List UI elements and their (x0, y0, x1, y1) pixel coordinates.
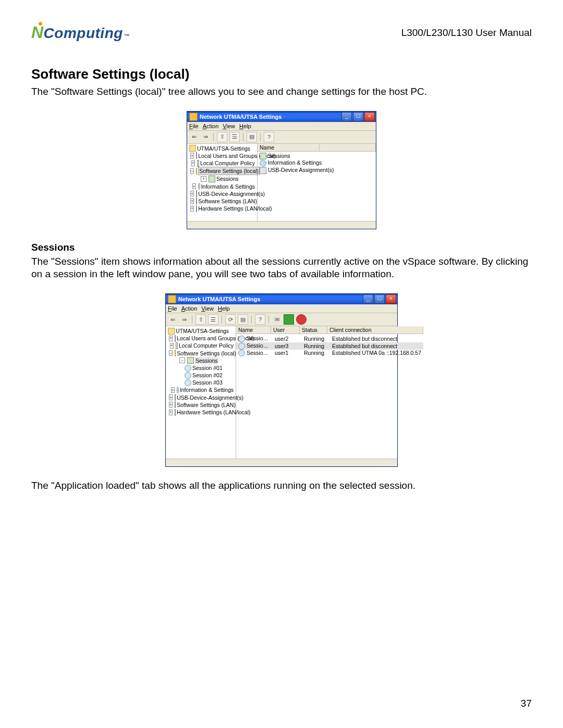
menu-action[interactable]: Action (203, 123, 219, 129)
maximize-button[interactable]: □ (353, 112, 363, 121)
close-button[interactable]: × (364, 112, 375, 121)
folder-icon (168, 328, 175, 335)
menu-file[interactable]: File (189, 123, 199, 129)
expand-icon[interactable]: + (190, 206, 194, 212)
tree-item-local-policy[interactable]: +Local Computer Policy (189, 159, 255, 167)
collapse-icon[interactable]: − (169, 350, 173, 356)
column-client[interactable]: Client connection (327, 326, 423, 334)
tree-item-usb-assignment[interactable]: +USB-Device-Assignment(s) (168, 394, 234, 401)
list-item[interactable]: USB-Device Assignment(s) (258, 167, 376, 174)
users-icon (196, 152, 197, 159)
expand-icon[interactable]: + (190, 153, 194, 158)
expand-icon[interactable]: + (190, 191, 194, 196)
table-row[interactable]: Session #01 user2 Running Established bu… (236, 335, 423, 342)
maximize-button[interactable]: □ (374, 294, 385, 304)
tree-item-hardware-settings[interactable]: +Hardware Settings (LAN/local) (168, 409, 234, 416)
forward-button[interactable]: ⇒ (201, 132, 210, 142)
expand-icon[interactable]: + (191, 161, 195, 166)
refresh-button[interactable]: ⟳ (225, 314, 236, 325)
expand-icon[interactable]: + (169, 402, 173, 408)
export-button[interactable]: ▤ (247, 132, 257, 142)
minimize-button[interactable]: _ (363, 294, 373, 304)
window-2-title: Network UTMA/UTSA Settings (178, 296, 260, 302)
back-button[interactable]: ⇐ (168, 315, 177, 324)
user-icon (238, 336, 245, 342)
send-message-button[interactable]: ✉ (272, 315, 282, 324)
stop-button[interactable] (296, 314, 307, 325)
expand-icon[interactable]: + (170, 343, 174, 349)
forward-button[interactable]: ⇒ (179, 315, 189, 324)
tree-item-session-01[interactable]: Session #01 (168, 364, 234, 372)
collapse-icon[interactable]: − (190, 168, 194, 174)
app-icon (168, 295, 176, 303)
section-body-sessions-2: The "Application loaded" tab shows all t… (31, 479, 532, 492)
menu-view[interactable]: View (223, 123, 235, 129)
hardware-icon (196, 205, 197, 212)
up-button[interactable]: ⇧ (195, 314, 206, 325)
tree-item-session-03[interactable]: Session #03 (168, 379, 234, 386)
expand-icon[interactable]: + (171, 387, 175, 393)
menu-view[interactable]: View (201, 305, 214, 312)
back-button[interactable]: ⇐ (189, 132, 199, 142)
expand-icon[interactable]: + (201, 176, 206, 182)
tree-item-local-users[interactable]: +Local Users and Groups (Local) (168, 335, 234, 342)
tree-item-info-settings[interactable]: +Information & Settings (168, 386, 234, 393)
menu-file[interactable]: File (168, 305, 177, 312)
properties-button[interactable]: ☰ (208, 314, 218, 325)
help-button[interactable]: ? (264, 132, 274, 142)
tree-item-sessions[interactable]: +Sessions (189, 175, 255, 182)
table-row[interactable]: Session #02 user3 Running Established bu… (236, 342, 423, 350)
section-title-sessions: Sessions (31, 242, 532, 253)
tree-item-usb-assignment[interactable]: +USB-Device-Assignment(s) (189, 190, 255, 198)
tree-item-info-settings[interactable]: +Information & Settings (189, 183, 255, 190)
tree-item-local-users[interactable]: +Local Users and Groups (Local) (189, 152, 255, 159)
column-blank[interactable] (320, 144, 376, 151)
expand-icon[interactable]: + (192, 183, 196, 189)
list-item[interactable]: Sessions (258, 153, 376, 160)
tree-item-software-settings-lan[interactable]: +Software Settings (LAN) (168, 401, 234, 409)
export-button[interactable]: ▤ (238, 314, 248, 325)
tree-item-session-02[interactable]: Session #02 (168, 372, 234, 379)
expand-icon[interactable]: + (190, 198, 194, 204)
menu-help[interactable]: Help (218, 305, 230, 312)
user-icon (185, 379, 191, 386)
menu-action[interactable]: Action (181, 305, 198, 312)
section-title-software-settings: Software Settings (local) (31, 66, 532, 82)
close-button[interactable]: × (386, 294, 396, 304)
tree-item-software-settings-local[interactable]: −Software Settings (local) (189, 167, 255, 175)
minimize-button[interactable]: _ (341, 112, 352, 121)
up-button[interactable]: ⇧ (217, 132, 227, 142)
tree-item-software-settings-local[interactable]: −Software Settings (local) (168, 350, 234, 357)
info-icon (260, 160, 266, 167)
table-row[interactable]: Session #03 user1 Running Established UT… (236, 350, 423, 357)
properties-button[interactable]: ☰ (229, 132, 240, 142)
collapse-icon[interactable]: − (179, 357, 185, 363)
toolbar-separator (222, 315, 222, 324)
tree-item-software-settings-lan[interactable]: +Software Settings (LAN) (189, 198, 255, 205)
column-user[interactable]: User (271, 326, 300, 334)
tree-item-local-policy[interactable]: +Local Computer Policy (168, 342, 234, 349)
tree-root[interactable]: UTMA/UTSA-Settings (189, 145, 255, 152)
column-name[interactable]: Name (258, 144, 320, 151)
toolbar-separator (192, 315, 192, 324)
tree-item-sessions[interactable]: −Sessions (168, 357, 234, 364)
column-status[interactable]: Status (300, 326, 327, 334)
help-button[interactable]: ? (255, 314, 265, 325)
logo-n-text: N (31, 23, 44, 42)
user-icon (185, 365, 191, 372)
sessions-icon (260, 153, 266, 159)
list-item[interactable]: Information & Settings (258, 159, 376, 167)
menu-help[interactable]: Help (239, 123, 251, 129)
expand-icon[interactable]: + (169, 394, 173, 400)
sessions-icon (209, 176, 215, 182)
usb-icon (175, 394, 176, 401)
window-2: Network UTMA/UTSA Settings _ □ × File Ac… (165, 293, 398, 467)
start-button[interactable] (284, 314, 294, 325)
folder-icon (175, 350, 176, 356)
tree-item-hardware-settings[interactable]: +Hardware Settings (LAN/local) (189, 205, 255, 212)
tree-root[interactable]: UTMA/UTSA-Settings (168, 327, 234, 335)
expand-icon[interactable]: + (169, 410, 173, 415)
expand-icon[interactable]: + (169, 336, 173, 341)
sessions-icon (187, 357, 194, 364)
column-name[interactable]: Name (236, 326, 271, 334)
